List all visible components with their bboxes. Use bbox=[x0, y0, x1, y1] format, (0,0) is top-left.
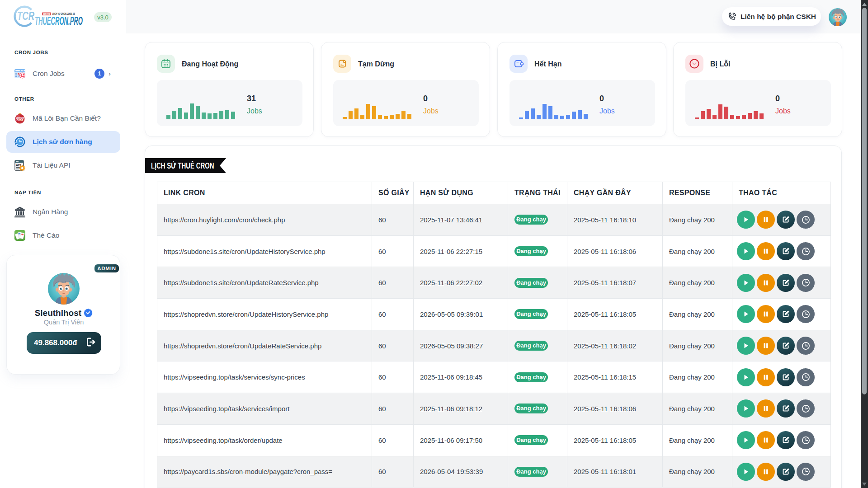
svg-text:CODE: CODE bbox=[17, 119, 24, 122]
svg-text:THUECRON.PRO: THUECRON.PRO bbox=[35, 14, 83, 28]
svg-text:TCR: TCR bbox=[17, 9, 34, 22]
